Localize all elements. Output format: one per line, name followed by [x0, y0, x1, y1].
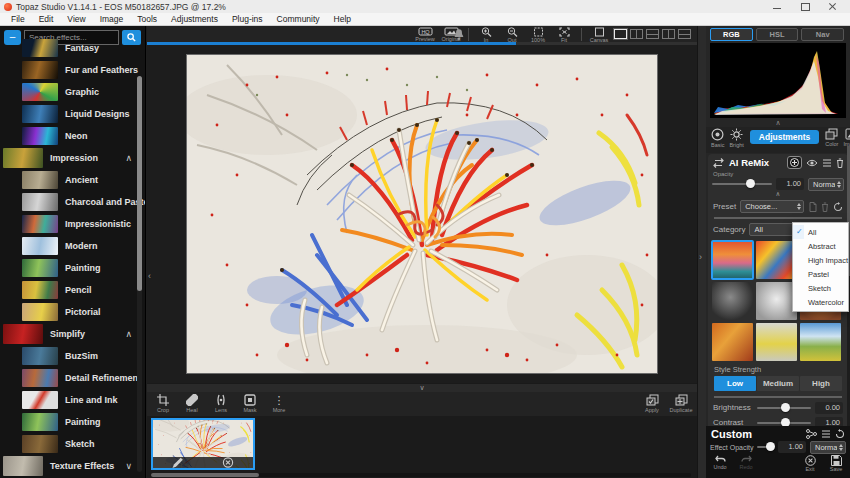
menu-item[interactable]: View — [60, 14, 92, 24]
brightness-slider[interactable] — [757, 403, 811, 413]
menu-item[interactable]: Tools — [130, 14, 164, 24]
canvas-button[interactable]: Canvas — [588, 27, 610, 43]
zoom-100-button[interactable]: 100% — [527, 27, 549, 43]
info-tab[interactable]: RGB — [710, 28, 753, 41]
color-adjustment-button[interactable]: Color — [825, 128, 838, 147]
lens-button[interactable]: Lens — [211, 394, 231, 413]
effect-list-item[interactable]: Modern — [0, 235, 145, 257]
preview-button[interactable]: HQ Preview — [414, 27, 436, 42]
sidebar-scrollbar[interactable] — [137, 76, 142, 472]
opacity-value[interactable]: 1.00 — [776, 178, 804, 190]
preset-thumbnail[interactable] — [756, 282, 797, 320]
preset-thumbnail[interactable] — [712, 241, 753, 279]
category-option[interactable]: ✓Pastel — [793, 267, 848, 281]
mask-button[interactable]: Mask — [240, 394, 260, 413]
view-stacked-icon[interactable] — [678, 29, 691, 39]
effect-list-item[interactable]: Detail Refinement — [0, 367, 145, 389]
effect-list-item[interactable]: Neon — [0, 125, 145, 147]
visibility-eye-icon[interactable] — [806, 159, 818, 167]
effect-list-item[interactable]: Simplify ∧ — [0, 323, 145, 345]
category-option[interactable]: ✓Watercolor — [793, 295, 848, 309]
effect-list-item[interactable]: Painting — [0, 411, 145, 433]
brightness-slider-knob[interactable] — [781, 403, 790, 412]
undo-button[interactable]: Undo — [711, 455, 729, 470]
ai-remix-collapse[interactable]: ∧ — [708, 191, 848, 198]
edited-photo[interactable] — [187, 55, 657, 373]
maximize-button[interactable] — [800, 2, 810, 11]
category-option[interactable]: ✓All — [793, 225, 848, 239]
view-single-icon[interactable] — [614, 29, 627, 39]
adjustments-button[interactable]: Adjustments — [750, 130, 819, 144]
chevron-icon[interactable]: ∧ — [125, 329, 132, 339]
effect-list-item[interactable]: Charcoal and Pastel — [0, 191, 145, 213]
opacity-slider[interactable] — [712, 179, 772, 189]
effect-list-item[interactable]: Ancient — [0, 169, 145, 191]
category-option[interactable]: ✓Sketch — [793, 281, 848, 295]
brightness-adjustment-button[interactable]: Bright — [729, 128, 743, 148]
filmstrip-scrollbar[interactable] — [151, 473, 691, 477]
close-button[interactable] — [828, 2, 838, 11]
menu-item[interactable]: Help — [327, 14, 358, 24]
menu-item[interactable]: Plug-ins — [225, 14, 270, 24]
info-tab[interactable]: Nav — [801, 28, 844, 41]
category-option[interactable]: ✓Abstract — [793, 239, 848, 253]
effect-list-item[interactable]: Pencil — [0, 279, 145, 301]
category-option[interactable]: ✓High Impact — [793, 253, 848, 267]
view-sidebyside-icon[interactable] — [662, 29, 675, 39]
effect-opacity-slider[interactable] — [757, 442, 774, 452]
notifications-bell-icon[interactable] — [453, 28, 465, 41]
delete-preset-icon[interactable] — [821, 202, 829, 212]
zoom-in-button[interactable]: In — [475, 27, 497, 43]
effect-list-item[interactable]: Impression ∧ — [0, 147, 145, 169]
effect-list-item[interactable]: Painting — [0, 257, 145, 279]
apply-button[interactable]: Apply — [642, 394, 662, 413]
menu-item[interactable]: Edit — [32, 14, 61, 24]
effect-list-item[interactable]: Impressionistic — [0, 213, 145, 235]
image-adjustment-button[interactable]: Image — [843, 128, 850, 147]
basic-adjustment-button[interactable]: Basic — [711, 128, 724, 148]
menu-item[interactable]: Community — [270, 14, 327, 24]
edit-pencil-icon[interactable] — [156, 457, 200, 468]
preset-thumbnail[interactable] — [712, 282, 753, 320]
effect-list-item[interactable]: BuzSim — [0, 345, 145, 367]
chevron-icon[interactable]: ∨ — [125, 461, 132, 471]
swap-arrows-icon[interactable] — [712, 158, 725, 168]
chevron-icon[interactable]: ∧ — [125, 153, 132, 163]
rgb-histogram[interactable] — [710, 43, 846, 118]
preset-thumbnail[interactable] — [800, 323, 841, 361]
effect-opacity-slider-knob[interactable] — [766, 442, 775, 451]
effect-list-item[interactable]: Fantasy — [0, 37, 145, 59]
panel-menu-icon[interactable] — [822, 159, 832, 167]
preset-thumbnail[interactable] — [712, 323, 753, 361]
more-tools-button[interactable]: ⋮ More — [269, 394, 289, 413]
view-split-vertical-icon[interactable] — [630, 29, 643, 39]
new-preset-icon[interactable] — [809, 202, 817, 212]
preset-thumbnail[interactable] — [756, 241, 797, 279]
histogram-collapse[interactable]: ∧ — [706, 119, 850, 127]
style-strength-option[interactable]: Low — [714, 376, 756, 391]
zoom-out-button[interactable]: Out — [501, 27, 523, 43]
duplicate-button[interactable]: Duplicate — [671, 394, 691, 413]
custom-menu-icon[interactable] — [821, 430, 831, 438]
effects-stack-icon[interactable] — [806, 429, 817, 439]
crop-button[interactable]: Crop — [153, 394, 173, 413]
style-strength-option[interactable]: Medium — [757, 376, 799, 391]
effect-list-item[interactable]: Sketch — [0, 433, 145, 455]
add-adjustment-button[interactable] — [787, 156, 802, 169]
effect-list-item[interactable]: Texture Effects ∨ — [0, 455, 145, 477]
reset-all-icon[interactable] — [835, 429, 845, 439]
minimize-button[interactable] — [772, 2, 782, 11]
canvas-area[interactable]: ‹ — [147, 45, 697, 383]
info-tab[interactable]: HSL — [756, 28, 799, 41]
redo-button[interactable]: Redo — [737, 455, 755, 470]
right-panel-collapse-icon[interactable]: › — [699, 252, 702, 262]
menu-item[interactable]: Adjustments — [164, 14, 225, 24]
preset-thumbnail[interactable] — [756, 323, 797, 361]
filmstrip-thumbnail[interactable]: EOS M50182657.JPG — [151, 418, 255, 470]
preset-select[interactable]: Choose... — [740, 200, 804, 213]
view-split-horizontal-icon[interactable] — [646, 29, 659, 39]
effect-list-item[interactable]: Graphic — [0, 81, 145, 103]
opacity-slider-knob[interactable] — [746, 179, 755, 188]
save-button[interactable]: Save — [827, 455, 845, 472]
delete-trash-icon[interactable] — [836, 158, 844, 168]
